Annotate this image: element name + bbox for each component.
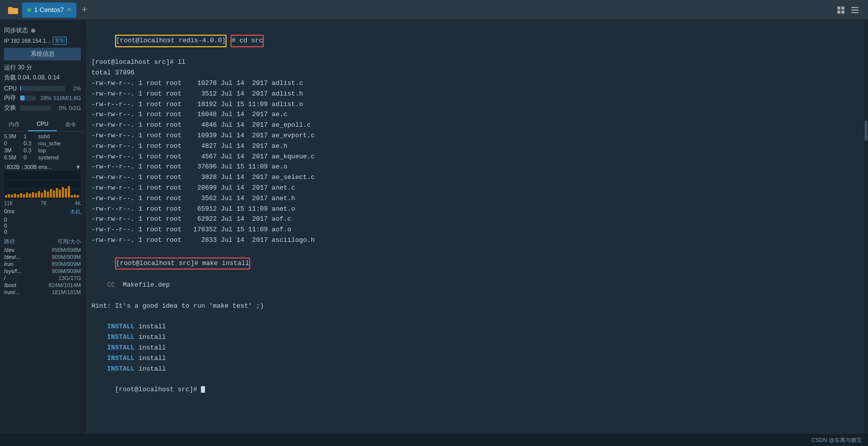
disk-path: /sys/f... bbox=[4, 268, 22, 274]
terminal-line: INSTALL install bbox=[91, 364, 858, 375]
disk-avail-header: 可用/大小 bbox=[57, 238, 81, 245]
latency-row: 0ms 本机 bbox=[4, 208, 81, 216]
net-expand-icon[interactable]: ▼ bbox=[75, 164, 81, 170]
terminal-line: -rw-r--r--. 1 root root 18192 Jul 15 11:… bbox=[91, 100, 858, 110]
proc-cpu: 0.3 bbox=[24, 147, 36, 153]
proc-cpu: 0 bbox=[24, 154, 36, 160]
terminal-line: [root@localhost src]# ll bbox=[91, 57, 858, 68]
install-label: INSTALL bbox=[107, 333, 135, 341]
net-label-4k: 4K bbox=[75, 201, 81, 206]
svg-rect-10 bbox=[8, 194, 10, 198]
latency-ms: 0ms bbox=[4, 208, 15, 216]
grid-icon[interactable] bbox=[836, 5, 846, 15]
copy-button[interactable]: 复制 bbox=[53, 37, 67, 45]
proc-mem: 3M bbox=[4, 147, 22, 153]
top-bar: 1 Centos7 ✕ + bbox=[0, 0, 868, 20]
uptime-label: 运行 30 分 bbox=[4, 64, 32, 71]
terminal-line: -rw-rw-r--. 1 root root 10939 Jul 14 201… bbox=[91, 131, 858, 141]
disk-avail: 909M/909M bbox=[52, 268, 81, 274]
tab-mem[interactable]: 内存 bbox=[0, 119, 28, 131]
disk-header: 路径 可用/大小 bbox=[4, 238, 81, 245]
proc-name: sshd bbox=[38, 133, 81, 139]
svg-rect-33 bbox=[77, 195, 79, 198]
svg-rect-19 bbox=[35, 193, 37, 198]
sync-row: 同步状态 bbox=[4, 26, 81, 35]
svg-rect-11 bbox=[11, 195, 13, 198]
list-icon[interactable] bbox=[850, 5, 860, 15]
mem-detail: 510M/1.8G bbox=[54, 95, 81, 101]
prompt-highlight-yellow: [root@localhost redis-4.0.0] bbox=[115, 35, 227, 47]
cc-label: CC bbox=[107, 281, 115, 289]
svg-rect-32 bbox=[74, 195, 76, 198]
disk-row: /run 899M/909M bbox=[4, 260, 81, 267]
terminal-line: INSTALL install bbox=[91, 343, 858, 353]
proc-mem: 6.5M bbox=[4, 154, 22, 160]
terminal-line: INSTALL install bbox=[91, 332, 858, 343]
tab-close-icon[interactable]: ✕ bbox=[67, 7, 71, 13]
disk-row: /dev/... 909M/909M bbox=[4, 253, 81, 260]
terminal-line: -rw-rw-r--. 1 root root 4827 Jul 14 2017… bbox=[91, 141, 858, 152]
svg-rect-1 bbox=[841, 7, 844, 10]
scrollbar[interactable] bbox=[864, 20, 868, 434]
svg-rect-20 bbox=[38, 191, 40, 198]
svg-rect-18 bbox=[32, 192, 34, 198]
disk-row: / 13G/17G bbox=[4, 275, 81, 282]
sync-label: 同步状态 bbox=[4, 26, 28, 35]
mem-label: 内存 bbox=[4, 94, 18, 102]
disk-avail: 898M/898M bbox=[52, 247, 81, 253]
svg-rect-24 bbox=[50, 189, 52, 198]
svg-rect-31 bbox=[71, 195, 73, 198]
cpu-bar-bg bbox=[20, 86, 65, 91]
svg-rect-3 bbox=[841, 11, 844, 14]
scrollbar-thumb[interactable] bbox=[864, 121, 867, 141]
install-label: INSTALL bbox=[107, 365, 135, 373]
disk-row: /boot 824M/1014M bbox=[4, 282, 81, 289]
tab-area: 1 Centos7 ✕ + bbox=[4, 0, 836, 20]
terminal-line: -rw-rw-r--. 1 root root 62922 Jul 14 201… bbox=[91, 214, 858, 225]
lat-val-1: 0 bbox=[4, 217, 7, 223]
local-label: 本机 bbox=[70, 208, 81, 216]
proc-mem: 0 bbox=[4, 140, 22, 146]
load-label: 负载 0.04, 0.08, 0.14 bbox=[4, 74, 60, 81]
disk-avail: 899M/909M bbox=[52, 261, 81, 267]
install-label: INSTALL bbox=[107, 323, 135, 330]
terminal-line: -rw-rw-r--. 1 root root 4567 Jul 14 2017… bbox=[91, 152, 858, 162]
proc-name: top bbox=[38, 147, 81, 153]
uptime-row: 运行 30 分 bbox=[4, 63, 81, 72]
svg-rect-14 bbox=[20, 193, 22, 198]
terminal-line: -rw-rw-r--. 1 root root 2833 Jul 14 2017… bbox=[91, 235, 858, 246]
disk-row: /dev 898M/898M bbox=[4, 246, 81, 253]
disk-path: /run bbox=[4, 261, 14, 267]
add-tab-button[interactable]: + bbox=[78, 4, 90, 16]
folder-icon[interactable] bbox=[6, 3, 20, 17]
sys-info-button[interactable]: 系统信息 bbox=[4, 48, 81, 60]
ip-row: IP 192.168.154.1... 复制 bbox=[4, 37, 81, 45]
active-tab[interactable]: 1 Centos7 ✕ bbox=[22, 3, 76, 18]
tab-cmd[interactable]: 命令 bbox=[57, 119, 85, 131]
terminal-line: INSTALL install bbox=[91, 353, 858, 364]
svg-rect-25 bbox=[53, 191, 55, 198]
process-table: 5.9M 1 sshd 0 0.3 rcu_sche 3M 0.3 top 6.… bbox=[0, 132, 85, 162]
table-row: 3M 0.3 top bbox=[0, 147, 85, 154]
disk-section: 路径 可用/大小 /dev 898M/898M /dev/... 909M/90… bbox=[0, 235, 85, 296]
net-label: ↑832B ↓300B ens... bbox=[4, 164, 52, 170]
cpu-label: CPU bbox=[4, 85, 18, 92]
svg-rect-21 bbox=[41, 193, 43, 198]
terminal[interactable]: [root@localhost redis-4.0.0] # cd src [r… bbox=[85, 20, 864, 434]
main-area: 同步状态 IP 192.168.154.1... 复制 系统信息 运行 30 分… bbox=[0, 20, 868, 434]
swap-row: 交换 0% 0/2G bbox=[4, 104, 81, 112]
tab-cpu[interactable]: CPU bbox=[28, 119, 56, 131]
mem-pct: 28% bbox=[38, 95, 52, 101]
svg-rect-22 bbox=[44, 190, 46, 198]
sync-section: 同步状态 IP 192.168.154.1... 复制 系统信息 运行 30 分… bbox=[0, 24, 85, 116]
svg-rect-2 bbox=[837, 11, 840, 14]
terminal-line: [root@localhost src]# bbox=[91, 374, 858, 405]
mem-bar-fill bbox=[20, 96, 25, 101]
final-prompt: [root@localhost src]# bbox=[115, 386, 197, 393]
svg-rect-29 bbox=[65, 189, 67, 198]
svg-rect-13 bbox=[17, 195, 19, 198]
terminal-line: [root@localhost redis-4.0.0] # cd src bbox=[91, 24, 858, 57]
terminal-line: -rw-rw-r--. 1 root root 20699 Jul 14 201… bbox=[91, 183, 858, 194]
tab-status-dot bbox=[27, 8, 31, 12]
sync-dot bbox=[31, 29, 35, 33]
